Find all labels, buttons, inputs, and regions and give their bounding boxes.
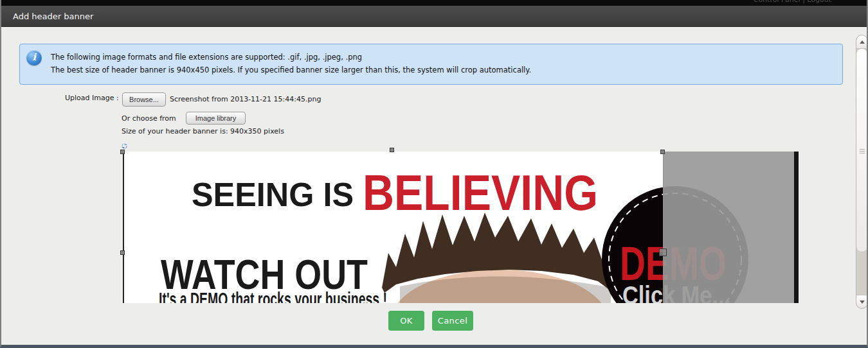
info-line-2: The best size of header banner is 940x45… [51,64,531,76]
or-choose-from-label: Or choose from [122,114,176,123]
crop-handle-right-middle[interactable] [659,248,667,256]
info-text: The following image formats and file ext… [51,51,531,76]
scrollbar-thumb[interactable] [856,49,867,252]
image-library-button[interactable]: Image library [186,112,246,125]
crop-left-edge[interactable] [123,152,124,303]
info-icon: i [26,50,42,65]
crop-handle-top-left[interactable] [120,150,125,154]
ok-button[interactable]: OK [388,311,424,331]
vertical-scrollbar[interactable] [856,35,868,309]
banner-text-seeing-is: SEEING IS [192,176,354,213]
crop-handle-top-right[interactable] [660,150,665,154]
banner-image: SEEING IS BELIEVING WATCH OUT It's a DEM… [123,152,799,303]
backdrop-topbar: Control Panel | Logout [1,0,867,6]
crop-right-guide[interactable] [663,152,664,303]
browse-button[interactable]: Browse... [122,92,166,107]
crop-mask [664,152,794,303]
info-box: i The following image formats and file e… [19,44,843,85]
image-right-edge [794,152,799,303]
uploaded-filename: Screenshot from 2013-11-21 15:44:45.png [170,95,321,103]
scroll-up-icon [860,40,865,44]
info-line-1: The following image formats and file ext… [51,51,531,64]
dialog-titlebar: Add header banner [1,6,867,27]
banner-text-tagline: It's a DEMO that rocks your business ! [159,289,387,303]
dialog-title: Add header banner [13,12,93,21]
scrollbar-down-button[interactable] [856,295,867,308]
scroll-down-icon [860,300,865,304]
upload-image-label: Upload Image : [65,94,119,102]
cancel-button[interactable]: Cancel [432,311,473,331]
add-header-banner-dialog: Control Panel | Logout Add header banner… [0,0,868,348]
scrollbar-grip [860,148,865,155]
banner-size-label: Size of your header banner is: 940x350 p… [122,127,284,135]
banner-text-believing: BELIEVING [363,164,598,221]
scrollbar-up-button[interactable] [856,35,867,49]
crop-handle-top-middle[interactable] [390,148,394,152]
backdrop-links: Control Panel | Logout [754,0,831,4]
crop-handle-left-middle[interactable] [120,250,125,255]
banner-crop-area[interactable]: SEEING IS BELIEVING WATCH OUT It's a DEM… [123,152,799,303]
refresh-icon[interactable] [120,141,129,149]
